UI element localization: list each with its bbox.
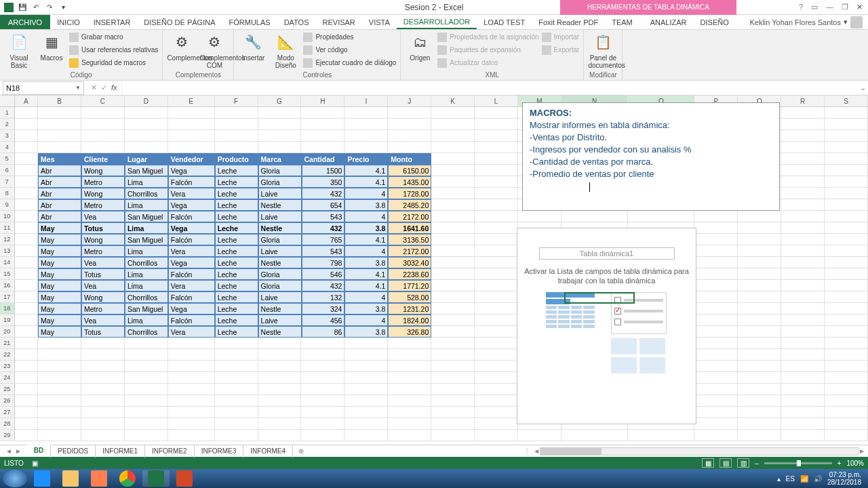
macro-record-icon[interactable]: ▣ [32, 460, 38, 467]
cell[interactable]: May [38, 326, 81, 338]
cell[interactable]: Chorrillos [125, 188, 168, 199]
cell[interactable] [168, 372, 215, 384]
cell[interactable] [15, 245, 38, 257]
cell[interactable]: Nestle [258, 199, 302, 211]
cell[interactable]: Vega [168, 199, 215, 211]
cell[interactable] [781, 407, 825, 418]
cell[interactable] [475, 245, 518, 257]
cell[interactable]: 1824.00 [388, 314, 431, 326]
cell[interactable] [168, 418, 215, 430]
cell[interactable]: Leche [215, 268, 258, 280]
usar-ref-relativas-button[interactable]: Usar referencias relativas [69, 44, 158, 56]
cell[interactable] [738, 418, 781, 430]
cell[interactable] [38, 119, 81, 130]
cell[interactable] [431, 142, 475, 153]
row-header[interactable]: 3 [0, 130, 15, 142]
cell[interactable] [431, 326, 475, 338]
cell[interactable]: Leche [215, 303, 258, 314]
cell[interactable] [825, 303, 868, 314]
cell[interactable]: Vera [168, 280, 215, 291]
cell[interactable]: Gloria [258, 165, 302, 176]
row-header[interactable]: 25 [0, 384, 15, 395]
cell[interactable] [15, 188, 38, 199]
tab-datos[interactable]: DATOS [277, 15, 316, 29]
cell[interactable] [125, 338, 168, 349]
cell[interactable]: 132 [302, 291, 345, 303]
cell[interactable] [81, 142, 125, 153]
pivot-placeholder[interactable]: Tabla dinámica1 Activar la Lista de camp… [517, 228, 696, 424]
cell[interactable] [344, 361, 388, 372]
cell[interactable] [38, 142, 81, 153]
cell[interactable]: Falcón [168, 176, 215, 188]
row-header[interactable]: 28 [0, 418, 15, 430]
ribbon-options-icon[interactable]: ▭ [811, 3, 818, 12]
accept-formula-icon[interactable]: ✓ [101, 83, 107, 92]
cell[interactable] [781, 199, 825, 211]
cell[interactable]: Nestle [258, 326, 302, 338]
cell[interactable]: Lima [125, 199, 168, 211]
cell[interactable]: Laive [258, 291, 302, 303]
cell[interactable] [475, 234, 518, 245]
cell[interactable] [825, 314, 868, 326]
row-header[interactable]: 4 [0, 142, 15, 153]
cell[interactable]: 798 [302, 257, 345, 268]
cell[interactable] [475, 176, 518, 188]
cell[interactable] [561, 211, 628, 222]
cell[interactable] [38, 361, 81, 372]
cell[interactable] [475, 211, 518, 222]
sheet-tab-pedidos[interactable]: PEDIDOS [51, 445, 96, 458]
cell[interactable]: May [38, 303, 81, 314]
cell[interactable] [81, 338, 125, 349]
cell[interactable] [825, 165, 868, 176]
cell[interactable]: 432 [302, 188, 345, 199]
cell[interactable] [825, 222, 868, 234]
cell[interactable] [781, 291, 825, 303]
row-header[interactable]: 12 [0, 234, 15, 245]
cell[interactable] [431, 165, 475, 176]
cell[interactable] [125, 130, 168, 142]
cell[interactable] [125, 107, 168, 119]
cell[interactable] [475, 280, 518, 291]
cell[interactable] [388, 107, 431, 119]
cell[interactable]: 3.8 [344, 303, 388, 314]
cell[interactable]: San Miguel [125, 234, 168, 245]
col-header[interactable]: D [125, 96, 168, 106]
cell[interactable] [15, 211, 38, 222]
cell[interactable] [518, 430, 561, 441]
cell[interactable]: 432 [302, 280, 345, 291]
row-header[interactable]: 14 [0, 257, 15, 268]
cell[interactable] [301, 142, 344, 153]
cell[interactable] [301, 384, 344, 395]
cell[interactable] [15, 107, 38, 119]
cell[interactable]: Leche [215, 199, 258, 211]
cell[interactable] [125, 361, 168, 372]
cell[interactable] [475, 257, 518, 268]
cell[interactable]: Vea [81, 211, 125, 222]
cell[interactable] [475, 188, 518, 199]
cell[interactable] [475, 395, 518, 407]
cell[interactable]: Leche [215, 245, 258, 257]
cell[interactable]: Leche [215, 326, 258, 338]
cell[interactable] [81, 119, 125, 130]
cell[interactable]: Vega [168, 257, 215, 268]
cell[interactable]: 1231.20 [388, 303, 431, 314]
col-header[interactable]: K [431, 96, 475, 106]
cell[interactable]: Totus [81, 326, 125, 338]
cell[interactable] [258, 418, 302, 430]
cell[interactable] [694, 430, 738, 441]
cell[interactable] [781, 372, 825, 384]
col-header[interactable]: S [825, 96, 868, 106]
cell[interactable] [38, 384, 81, 395]
cell[interactable] [431, 211, 475, 222]
restore-icon[interactable]: ❐ [842, 3, 848, 12]
cell[interactable] [781, 188, 825, 199]
col-header[interactable]: R [781, 96, 825, 106]
minimize-icon[interactable]: — [826, 3, 833, 12]
cell[interactable] [258, 407, 302, 418]
excel-taskbar-icon[interactable] [142, 470, 170, 487]
cell[interactable] [781, 153, 825, 165]
ejecutar-dialogo-button[interactable]: Ejecutar cuadro de diálogo [303, 57, 396, 68]
cell[interactable]: Vera [168, 188, 215, 199]
cell[interactable] [38, 349, 81, 361]
cell[interactable]: May [38, 291, 81, 303]
